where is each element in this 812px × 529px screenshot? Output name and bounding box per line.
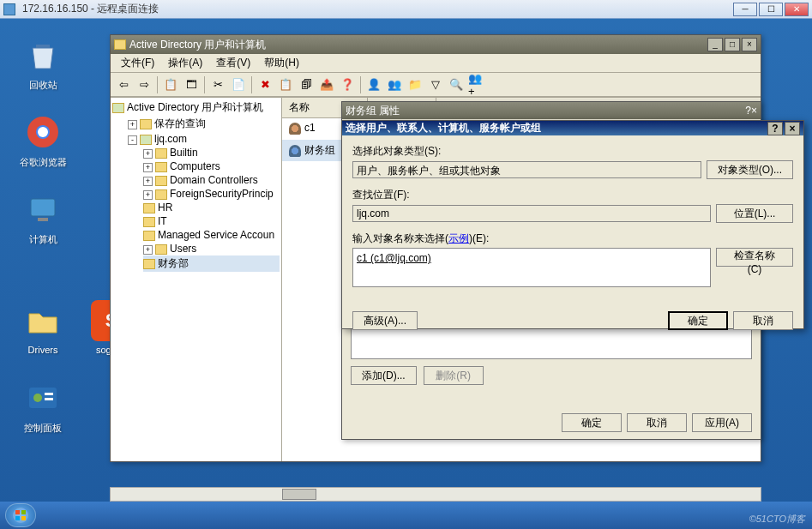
menu-view[interactable]: 查看(V) — [209, 54, 257, 72]
tree-saved-queries[interactable]: +保存的查询 — [128, 116, 280, 132]
svg-point-6 — [33, 394, 42, 402]
svg-rect-12 — [15, 516, 20, 520]
tree-msa[interactable]: Managed Service Accoun — [143, 228, 280, 242]
rdp-title: 172.16.16.150 - 远程桌面连接 — [19, 2, 731, 16]
copy-button[interactable]: 📄 — [229, 75, 248, 94]
tree-root[interactable]: Active Directory 用户和计算机 — [112, 99, 280, 116]
tree-it[interactable]: IT — [143, 214, 280, 228]
check-names-button[interactable]: 检查名称(C) — [716, 248, 793, 267]
desktop-computer[interactable]: 计算机 — [13, 189, 73, 246]
properties-titlebar[interactable]: 财务组 属性 ? × — [342, 102, 761, 119]
svg-rect-3 — [31, 199, 55, 216]
add-to-group-icon[interactable]: 👥+ — [467, 75, 486, 94]
menu-file[interactable]: 文件(F) — [114, 54, 161, 72]
domain-icon — [140, 135, 152, 145]
show-hide-button[interactable]: 🗔 — [182, 75, 201, 94]
rdp-titlebar: 172.16.16.150 - 远程桌面连接 ─ ☐ ✕ — [0, 0, 812, 19]
expand-icon[interactable]: + — [143, 149, 153, 159]
menu-action[interactable]: 操作(A) — [161, 54, 209, 72]
tree-domain-controllers[interactable]: +Domain Controllers — [143, 173, 280, 187]
prop-apply-button[interactable]: 应用(A) — [692, 413, 752, 432]
rdp-icon — [3, 3, 15, 15]
export-button[interactable]: 📤 — [317, 75, 336, 94]
filter-icon[interactable]: ▽ — [426, 75, 445, 94]
tree-computers[interactable]: +Computers — [143, 159, 280, 173]
new-group-icon[interactable]: 👥 — [385, 75, 404, 94]
tree-builtin[interactable]: +Builtin — [143, 146, 280, 159]
svg-point-9 — [13, 508, 28, 523]
folder-icon — [155, 148, 167, 159]
start-button[interactable] — [5, 503, 36, 527]
add-button[interactable]: 添加(D)... — [351, 366, 417, 385]
prop-help-button[interactable]: ? — [745, 105, 751, 117]
desktop-chrome[interactable]: 谷歌浏览器 — [13, 111, 73, 169]
ad-close-button[interactable]: × — [742, 38, 757, 51]
desktop-drivers[interactable]: Drivers — [13, 300, 73, 355]
up-button[interactable]: 📋 — [161, 75, 180, 94]
collapse-icon[interactable]: - — [128, 135, 137, 145]
sel-ok-button[interactable]: 确定 — [668, 311, 728, 330]
example-link[interactable]: 示例 — [448, 232, 469, 244]
sel-close-button[interactable]: × — [785, 122, 800, 135]
new-ou-icon[interactable]: 📁 — [406, 75, 424, 94]
expand-icon[interactable]: + — [143, 177, 153, 186]
delete-button[interactable]: ✖ — [256, 75, 274, 94]
ad-maximize-button[interactable]: □ — [725, 38, 740, 51]
back-button[interactable]: ⇦ — [114, 75, 133, 94]
find-icon[interactable]: 🔍 — [447, 75, 466, 94]
help-button[interactable]: ❓ — [338, 75, 357, 94]
user-icon — [289, 123, 301, 135]
ad-minimize-button[interactable]: _ — [707, 38, 723, 51]
expand-icon[interactable]: + — [128, 120, 137, 129]
remove-button[interactable]: 删除(R) — [424, 366, 484, 385]
prop-cancel-button[interactable]: 取消 — [627, 413, 687, 432]
scrollbar-thumb[interactable] — [282, 489, 316, 500]
refresh-button[interactable]: 🗐 — [297, 75, 316, 94]
new-user-icon[interactable]: 👤 — [364, 75, 383, 94]
object-type-button[interactable]: 对象类型(O)... — [707, 160, 793, 179]
group-icon — [289, 145, 301, 157]
location-button[interactable]: 位置(L)... — [716, 204, 793, 223]
tree-domain[interactable]: -ljq.com — [128, 132, 280, 146]
select-object-dialog: 选择用户、联系人、计算机、服务帐户或组 ? × 选择此对象类型(S): 用户、服… — [341, 120, 804, 329]
svg-rect-11 — [21, 510, 26, 514]
menu-help[interactable]: 帮助(H) — [257, 54, 306, 72]
expand-icon[interactable]: + — [143, 190, 153, 200]
maximize-button[interactable]: ☐ — [759, 3, 783, 16]
ad-horizontal-scrollbar[interactable] — [110, 487, 761, 502]
advanced-button[interactable]: 高级(A)... — [352, 311, 418, 330]
tree-finance[interactable]: 财务部 — [143, 255, 280, 272]
select-titlebar[interactable]: 选择用户、联系人、计算机、服务帐户或组 ? × — [342, 121, 803, 135]
ad-titlebar[interactable]: Active Directory 用户和计算机 _ □ × — [111, 35, 761, 54]
sel-cancel-button[interactable]: 取消 — [733, 311, 793, 330]
expand-icon[interactable]: + — [143, 163, 153, 172]
close-button[interactable]: ✕ — [785, 3, 809, 16]
forward-button[interactable]: ⇨ — [135, 75, 153, 94]
location-value: ljq.com — [352, 205, 711, 222]
taskbar — [0, 502, 812, 529]
properties-button[interactable]: 📋 — [276, 75, 295, 94]
chrome-icon — [22, 111, 63, 153]
folder-icon — [155, 189, 167, 200]
object-name-input[interactable]: c1 (c1@ljq.com) — [352, 248, 711, 287]
svg-point-2 — [38, 127, 48, 137]
folder-icon — [143, 231, 155, 241]
expand-icon[interactable]: + — [143, 245, 153, 255]
folder-icon — [22, 300, 63, 341]
desktop-recycle-bin[interactable]: 回收站 — [13, 34, 73, 92]
sel-help-button[interactable]: ? — [767, 122, 783, 135]
svg-rect-8 — [45, 398, 53, 400]
desktop-control-panel[interactable]: 控制面板 — [13, 377, 73, 435]
folder-icon — [155, 176, 167, 186]
tree-pane[interactable]: Active Directory 用户和计算机 +保存的查询 -ljq.com … — [111, 98, 282, 461]
tree-users[interactable]: +Users — [143, 242, 280, 255]
cut-button[interactable]: ✂ — [208, 75, 227, 94]
prop-ok-button[interactable]: 确定 — [562, 413, 622, 432]
tree-hr[interactable]: HR — [143, 201, 280, 214]
minimize-button[interactable]: ─ — [733, 3, 757, 16]
folder-icon — [114, 39, 126, 50]
prop-close-button[interactable]: × — [751, 105, 757, 117]
ad-toolbar: ⇦ ⇨ 📋 🗔 ✂ 📄 ✖ 📋 🗐 📤 ❓ 👤 👥 📁 ▽ 🔍 👥+ — [111, 73, 761, 97]
computer-icon — [22, 189, 63, 230]
tree-fsp[interactable]: +ForeignSecurityPrincip — [143, 187, 280, 201]
